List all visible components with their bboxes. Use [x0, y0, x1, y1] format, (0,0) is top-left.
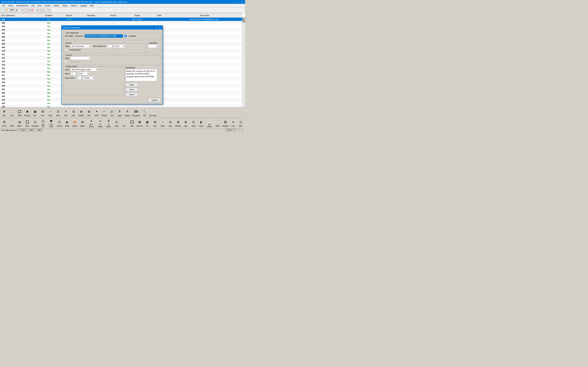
input-b-group: Input B Type Invert Input B: [63, 55, 161, 65]
port-row: Input Port # PG06: [65, 76, 123, 80]
operation-select[interactable]: [148, 44, 159, 48]
invert-b-label: Invert Input B: [69, 61, 81, 63]
comment-label: Comment: [75, 35, 83, 37]
done-button[interactable]: Done: [126, 92, 138, 97]
description-label: Description: [126, 67, 161, 69]
output-type-select[interactable]: Set IFB Program Input: [70, 68, 98, 71]
ifb-row: IFB # PXP: [65, 72, 123, 75]
input-b-type-select[interactable]: [70, 57, 92, 60]
input-a-type-label: Type: [65, 45, 69, 47]
upl-resource-label: UPL Resource: [93, 45, 105, 47]
edit-upl-dialog: Edit UPL Statement ? ✕ UPL Statement UPL…: [61, 25, 163, 104]
cancel-row: Cancel: [63, 98, 161, 102]
input-b-type-label: Type: [65, 57, 69, 59]
upl-number-label: UPL #001: [65, 35, 73, 37]
port-num-input[interactable]: [76, 76, 82, 80]
ifb-type-select[interactable]: PXP: [78, 72, 90, 75]
operation-group: Operation: [147, 43, 161, 53]
output-action-label: Output Action: [65, 65, 78, 67]
description-column: Description While UPL resource #1 (R1>6)…: [126, 67, 161, 97]
invert-b-checkbox[interactable]: [65, 61, 67, 63]
upl-comment-row: UPL #001 Comment Enabled: [65, 34, 159, 38]
upl-resource-port-select[interactable]: R1>6: [113, 44, 126, 48]
ifb-label: IFB #: [65, 73, 69, 75]
input-a-group: Input A Type UPL Resource UPL Resource R…: [63, 43, 145, 53]
operation-row: [148, 44, 159, 48]
cancel-button[interactable]: Cancel: [148, 98, 161, 102]
upl-statement-group-label: UPL Statement: [65, 32, 79, 34]
operation-label: Operation: [148, 42, 158, 44]
output-action-group: Output Action Type Set IFB Program Input…: [63, 67, 124, 95]
dialog-title: Edit UPL Statement: [63, 26, 80, 29]
input-operation-row: Input A Type UPL Resource UPL Resource R…: [63, 42, 161, 55]
dialog-content: UPL Statement UPL #001 Comment Enabled I…: [62, 30, 162, 104]
input-a-label: Input A: [65, 42, 72, 44]
invert-b-row: Invert Input B: [65, 61, 159, 63]
prev-button[interactable]: Prev: [126, 88, 138, 92]
output-type-row: Type Set IFB Program Input: [65, 68, 123, 71]
dialog-overlay: Edit UPL Statement ? ✕ UPL Statement UPL…: [0, 0, 245, 153]
ifb-num-input[interactable]: [71, 72, 76, 75]
next-button[interactable]: Next: [126, 83, 138, 87]
dialog-titlebar: Edit UPL Statement ? ✕: [62, 26, 162, 30]
input-a-type-select[interactable]: UPL Resource: [70, 44, 92, 48]
output-type-label: Type: [65, 68, 69, 71]
input-b-type-row: Type: [65, 57, 159, 60]
upl-resource-num-input[interactable]: [107, 44, 112, 48]
port-type-select[interactable]: PG06: [83, 76, 95, 80]
input-b-label: Input B: [65, 54, 72, 56]
invert-a-row: Invert Input A: [65, 49, 144, 51]
dialog-help-button[interactable]: ?: [155, 26, 157, 29]
description-group: Description While UPL resource #1 (R1>6)…: [126, 67, 161, 81]
enabled-checkbox[interactable]: [124, 35, 127, 37]
invert-a-checkbox[interactable]: [65, 49, 67, 51]
dialog-buttons: Next Prev Done: [126, 83, 161, 97]
upl-statement-group: UPL Statement UPL #001 Comment Enabled: [63, 33, 161, 40]
input-a-type-row: Type UPL Resource UPL Resource R1>6: [65, 44, 144, 48]
dialog-close-button[interactable]: ✕: [158, 26, 161, 29]
output-description-row: Output Action Type Set IFB Program Input…: [63, 67, 161, 97]
comment-input[interactable]: [85, 34, 123, 38]
port-label: Input Port #: [65, 77, 75, 79]
description-text: While UPL resource #1 (R1>6) is asserted…: [126, 69, 157, 81]
enabled-label: Enabled: [129, 35, 136, 37]
invert-a-label: Invert Input A: [69, 49, 81, 51]
